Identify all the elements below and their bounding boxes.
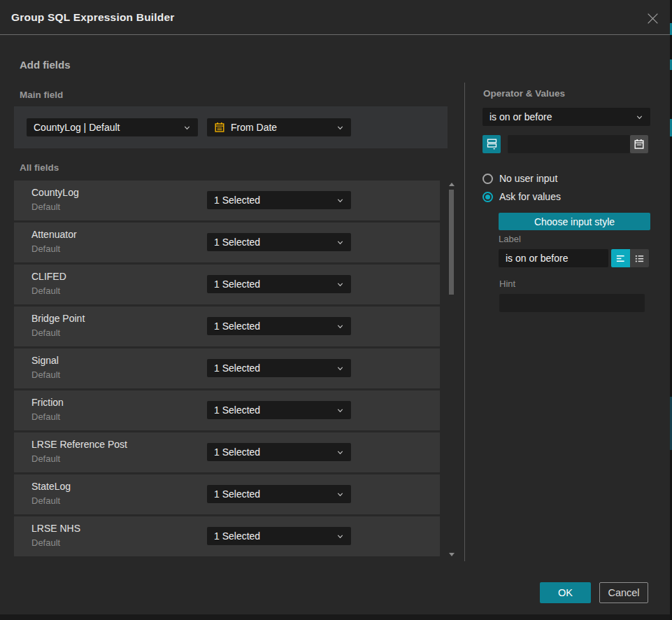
- main-field-source-value: CountyLog | Default: [34, 122, 178, 133]
- field-row: Attenuator Default 1 Selected: [14, 223, 440, 262]
- field-selected-value: 1 Selected: [214, 320, 331, 332]
- panel-divider: [464, 83, 465, 561]
- field-name: Friction: [31, 397, 64, 408]
- chevron-down-icon: [336, 323, 344, 330]
- field-selected-dropdown[interactable]: 1 Selected: [207, 527, 351, 545]
- close-button[interactable]: [643, 9, 662, 27]
- field-subtitle: Default: [31, 495, 60, 506]
- field-selected-value: 1 Selected: [214, 530, 331, 542]
- all-fields-list: CountyLog Default 1 Selected Attenuator …: [14, 181, 440, 558]
- label-input[interactable]: [499, 249, 608, 267]
- hint-caption: Hint: [499, 279, 515, 289]
- main-field-field-dropdown[interactable]: From Date: [207, 118, 351, 136]
- date-picker-button[interactable]: [630, 135, 648, 153]
- calendar-icon: [214, 122, 225, 133]
- field-selected-value: 1 Selected: [214, 195, 331, 206]
- chevron-down-icon: [336, 197, 344, 204]
- field-selected-value: 1 Selected: [214, 488, 331, 500]
- chevron-down-icon: [336, 239, 344, 246]
- group-sql-expression-builder-dialog: Group SQL Expression Builder Add fields …: [0, 0, 670, 614]
- chevron-down-icon: [336, 407, 344, 414]
- chevron-down-icon: [336, 365, 344, 372]
- label-caption: Label: [499, 234, 521, 244]
- ask-for-values-label: Ask for values: [499, 191, 561, 202]
- field-name: StateLog: [31, 481, 71, 492]
- chevron-down-icon: [336, 281, 344, 288]
- field-row: StateLog Default 1 Selected: [14, 474, 440, 514]
- field-row: Friction Default 1 Selected: [14, 390, 440, 430]
- field-selected-value: 1 Selected: [214, 404, 331, 416]
- operator-value: is on or before: [489, 111, 630, 122]
- chevron-down-icon: [336, 124, 344, 132]
- dialog-title: Group SQL Expression Builder: [11, 0, 175, 35]
- field-selected-dropdown[interactable]: 1 Selected: [207, 233, 351, 251]
- ok-button[interactable]: OK: [540, 582, 591, 603]
- radio-unselected-icon: [482, 174, 493, 184]
- scroll-up-arrow-icon[interactable]: [449, 183, 455, 186]
- field-subtitle: Default: [31, 369, 60, 380]
- field-row: CountyLog Default 1 Selected: [14, 181, 440, 220]
- align-left-icon: [615, 253, 626, 264]
- list-rows-icon: [486, 138, 498, 150]
- calendar-icon: [634, 139, 645, 150]
- radio-selected-icon: [482, 192, 493, 202]
- no-user-input-radio[interactable]: No user input: [482, 173, 557, 184]
- field-subtitle: Default: [31, 453, 60, 464]
- field-subtitle: Default: [31, 411, 60, 422]
- field-selected-dropdown[interactable]: 1 Selected: [207, 359, 351, 377]
- list-value-style-button[interactable]: [630, 249, 649, 267]
- bullet-list-icon: [634, 253, 645, 264]
- date-value-input[interactable]: [508, 135, 630, 153]
- unique-values-button[interactable]: [482, 135, 501, 153]
- field-name: CLIFED: [31, 271, 66, 282]
- field-row: Bridge Point Default 1 Selected: [14, 307, 440, 346]
- field-subtitle: Default: [31, 327, 60, 338]
- add-fields-heading: Add fields: [20, 59, 71, 71]
- field-subtitle: Default: [31, 537, 60, 548]
- main-field-heading: Main field: [20, 90, 63, 100]
- scrollbar-thumb[interactable]: [449, 190, 454, 295]
- field-selected-value: 1 Selected: [214, 446, 331, 458]
- hint-input[interactable]: [499, 294, 645, 312]
- field-selected-dropdown[interactable]: 1 Selected: [207, 275, 351, 293]
- field-name: Bridge Point: [31, 313, 85, 324]
- no-user-input-label: No user input: [499, 173, 557, 184]
- operator-values-heading: Operator & Values: [483, 88, 565, 99]
- cancel-button[interactable]: Cancel: [599, 582, 648, 603]
- dialog-titlebar: Group SQL Expression Builder: [0, 0, 670, 35]
- field-name: LRSE NHS: [31, 523, 80, 534]
- field-subtitle: Default: [31, 202, 60, 212]
- ask-for-values-radio[interactable]: Ask for values: [482, 191, 561, 202]
- field-selected-dropdown[interactable]: 1 Selected: [207, 443, 351, 461]
- field-name: LRSE Reference Post: [31, 439, 127, 450]
- field-subtitle: Default: [31, 286, 60, 296]
- field-name: CountyLog: [31, 187, 79, 198]
- field-row: CLIFED Default 1 Selected: [14, 265, 440, 304]
- field-name: Signal: [31, 355, 59, 366]
- background-bottom-edge: [0, 614, 670, 620]
- field-row: LRSE Reference Post Default 1 Selected: [14, 432, 440, 472]
- main-field-field-value: From Date: [231, 122, 331, 133]
- scroll-down-arrow-icon[interactable]: [449, 553, 455, 556]
- close-icon: [646, 12, 659, 25]
- all-fields-scrollbar[interactable]: [448, 181, 455, 558]
- field-selected-value: 1 Selected: [214, 237, 331, 248]
- chevron-down-icon: [336, 449, 344, 456]
- field-selected-value: 1 Selected: [214, 279, 331, 290]
- field-selected-dropdown[interactable]: 1 Selected: [207, 317, 351, 335]
- main-field-panel: CountyLog | Default From Date: [14, 106, 448, 148]
- choose-input-style-button[interactable]: Choose input style: [499, 213, 650, 230]
- field-selected-dropdown[interactable]: 1 Selected: [207, 485, 351, 503]
- field-row: Signal Default 1 Selected: [14, 348, 440, 388]
- field-selected-dropdown[interactable]: 1 Selected: [207, 191, 351, 209]
- operator-dropdown[interactable]: is on or before: [482, 108, 650, 126]
- single-value-style-button[interactable]: [611, 249, 630, 267]
- chevron-down-icon: [636, 113, 643, 121]
- field-selected-dropdown[interactable]: 1 Selected: [207, 401, 351, 419]
- chevron-down-icon: [336, 491, 344, 498]
- all-fields-heading: All fields: [20, 162, 59, 173]
- main-field-source-dropdown[interactable]: CountyLog | Default: [27, 118, 198, 136]
- field-subtitle: Default: [31, 244, 60, 254]
- chevron-down-icon: [336, 533, 344, 540]
- chevron-down-icon: [183, 124, 191, 132]
